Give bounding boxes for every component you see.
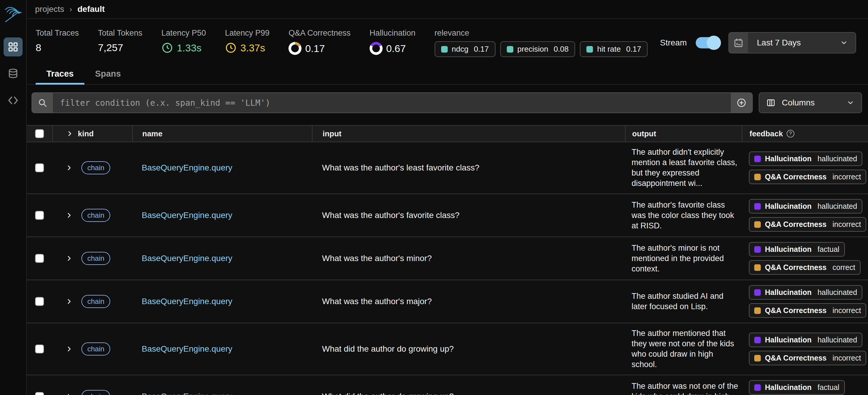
table-row[interactable]: chain BaseQueryEngine.query What did the… <box>27 323 868 375</box>
expand-row-chevron-icon[interactable] <box>65 211 73 219</box>
stat-label: Latency P99 <box>225 29 270 38</box>
stat-value: 8 <box>36 42 41 54</box>
sidebar <box>0 0 27 395</box>
eval-name: Hallucination <box>765 383 811 392</box>
eval-name: Q&A Correctness <box>765 220 827 229</box>
columns-button[interactable]: Columns <box>759 92 862 113</box>
add-filter-button[interactable] <box>731 93 752 112</box>
output-cell: The author was not one of the kids who c… <box>631 381 742 395</box>
feedback-pill: Hallucination factual <box>749 380 845 395</box>
row-checkbox[interactable] <box>35 392 44 395</box>
filter-condition-input[interactable] <box>53 93 731 112</box>
eval-value: hallucinated <box>817 155 857 163</box>
tab-traces[interactable]: Traces <box>36 65 84 84</box>
table-row[interactable]: chain BaseQueryEngine.query What was the… <box>27 194 868 237</box>
output-cell: The author's favorite class was the colo… <box>631 200 742 231</box>
span-kind-badge: chain <box>82 161 110 174</box>
input-cell: What did the author do growing up? <box>322 392 454 395</box>
badge-value: 0.17 <box>474 44 489 54</box>
expand-row-chevron-icon[interactable] <box>65 345 73 353</box>
eval-value: hallucinated <box>817 288 857 297</box>
feedback-pill: Q&A Correctness incorrect <box>749 303 866 318</box>
row-checkbox[interactable] <box>35 297 44 306</box>
feedback-cell: Hallucination hallucinated Q&A Correctne… <box>749 333 866 365</box>
feedback-pill: Hallucination hallucinated <box>749 285 862 300</box>
eval-value: incorrect <box>832 220 861 229</box>
teal-square-icon <box>441 46 448 53</box>
table-row[interactable]: chain BaseQueryEngine.query What was the… <box>27 237 868 281</box>
eval-color-square-icon <box>754 156 761 162</box>
donut-gauge-icon <box>370 42 382 55</box>
eval-name: Hallucination <box>765 245 811 254</box>
expand-row-chevron-icon[interactable] <box>65 393 73 395</box>
eval-name: Hallucination <box>765 336 811 344</box>
span-name-link[interactable]: BaseQueryEngine.query <box>142 344 232 354</box>
chevron-down-icon <box>847 99 854 107</box>
relevance-group: relevance ndcg 0.17 precision 0.08 hi <box>435 29 648 57</box>
input-cell: What was the author's major? <box>322 297 432 306</box>
expand-row-chevron-icon[interactable] <box>65 298 73 305</box>
stat-latency-p50: Latency P50 1.33s <box>161 29 206 55</box>
table-row[interactable]: chain BaseQueryEngine.query What did the… <box>27 375 868 395</box>
calendar-button[interactable] <box>729 33 748 53</box>
select-all-checkbox[interactable] <box>35 129 44 138</box>
eval-value: factual <box>817 245 839 254</box>
stat-value: 3.37s <box>240 42 265 54</box>
breadcrumb-current: default <box>78 4 105 14</box>
badge-value: 0.17 <box>626 44 641 54</box>
row-checkbox[interactable] <box>35 344 44 354</box>
teal-square-icon <box>507 46 513 53</box>
sidebar-item-datasets[interactable] <box>4 64 23 83</box>
span-name-link[interactable]: BaseQueryEngine.query <box>142 392 232 395</box>
table-row[interactable]: chain BaseQueryEngine.query What was the… <box>27 281 868 323</box>
stat-label: Total Traces <box>36 29 79 38</box>
sidebar-item-api[interactable] <box>4 91 23 110</box>
chevron-right-icon: › <box>69 5 72 14</box>
search-icon <box>38 98 47 107</box>
clock-icon <box>161 42 173 54</box>
feedback-pill: Q&A Correctness correct <box>749 260 861 275</box>
output-cell: The author didn't explicitly mention a l… <box>631 147 742 189</box>
table-body: chain BaseQueryEngine.query What was the… <box>27 142 868 395</box>
sidebar-item-projects[interactable] <box>4 37 23 57</box>
eval-color-square-icon <box>754 337 761 343</box>
row-checkbox[interactable] <box>35 163 44 172</box>
badge-name: ndcg <box>452 44 468 54</box>
eval-color-square-icon <box>754 307 761 314</box>
stream-toggle[interactable] <box>696 37 719 48</box>
expand-all-chevron-icon[interactable] <box>66 130 74 137</box>
search-segment <box>32 93 53 112</box>
header-feedback: feedback <box>749 129 783 138</box>
input-cell: What was the author's least favorite cla… <box>322 163 479 172</box>
code-icon <box>7 95 19 106</box>
row-checkbox[interactable] <box>35 211 44 220</box>
eval-name: Q&A Correctness <box>765 172 827 181</box>
tab-spans[interactable]: Spans <box>84 65 132 84</box>
eval-color-square-icon <box>754 264 761 271</box>
row-checkbox[interactable] <box>35 254 44 263</box>
date-range-label: Last 7 Days <box>757 38 801 47</box>
stats-bar: Total Traces 8 Total Tokens 7,257 Latenc… <box>27 19 868 57</box>
span-name-link[interactable]: BaseQueryEngine.query <box>142 210 232 220</box>
span-name-link[interactable]: BaseQueryEngine.query <box>142 297 232 306</box>
table-row[interactable]: chain BaseQueryEngine.query What was the… <box>27 142 868 194</box>
eval-name: Hallucination <box>765 155 811 163</box>
eval-color-square-icon <box>754 221 761 228</box>
filter-bar: Columns <box>27 85 868 120</box>
eval-value: incorrect <box>832 172 861 181</box>
phoenix-logo-icon[interactable] <box>4 4 22 23</box>
date-range-picker[interactable]: Last 7 Days <box>728 32 856 54</box>
filter-input-wrap <box>31 92 753 113</box>
span-name-link[interactable]: BaseQueryEngine.query <box>142 254 232 263</box>
stat-label: Q&A Correctness <box>288 29 350 38</box>
help-icon[interactable]: ? <box>786 130 794 137</box>
span-name-link[interactable]: BaseQueryEngine.query <box>142 163 232 172</box>
breadcrumb-projects[interactable]: projects <box>35 4 64 14</box>
expand-row-chevron-icon[interactable] <box>65 164 73 172</box>
stat-value: 0.67 <box>386 43 406 54</box>
expand-row-chevron-icon[interactable] <box>65 255 73 262</box>
eval-color-square-icon <box>754 174 761 180</box>
tab-bar: Traces Spans <box>27 65 868 85</box>
span-kind-badge: chain <box>82 209 110 222</box>
input-cell: What was the author's favorite class? <box>322 210 460 220</box>
